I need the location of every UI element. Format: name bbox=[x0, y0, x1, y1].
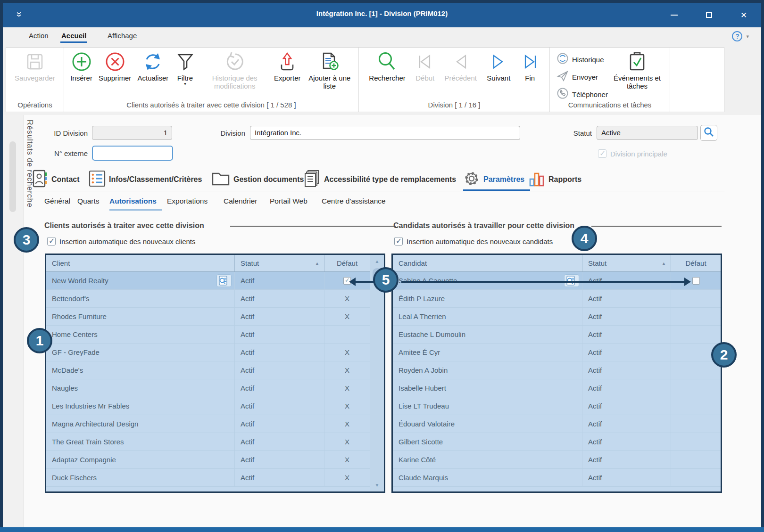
events-tasks-icon bbox=[626, 50, 648, 73]
tab-contact[interactable]: Contact bbox=[32, 169, 80, 190]
table-row[interactable]: Lise LT Trudeau Actif bbox=[393, 397, 721, 415]
table-row[interactable]: Leal A Therrien Actif bbox=[393, 308, 721, 326]
callout5-arrowhead-left bbox=[349, 278, 356, 286]
column-header-defaut[interactable]: Défaut bbox=[671, 255, 721, 271]
table-row[interactable]: Naugles Actif X bbox=[46, 379, 370, 397]
statut-field[interactable]: Active bbox=[597, 126, 698, 140]
export-button[interactable]: Exporter bbox=[274, 50, 301, 82]
filter-button[interactable]: Filtre bbox=[175, 50, 196, 86]
scroll-up-icon[interactable] bbox=[370, 259, 384, 264]
default-checkbox[interactable] bbox=[692, 277, 700, 285]
close-button[interactable] bbox=[739, 10, 749, 20]
group-caption: Clients autorisés à traiter avec cette d… bbox=[64, 101, 358, 109]
panel-handle[interactable] bbox=[9, 141, 16, 212]
help-icon[interactable] bbox=[732, 31, 742, 41]
add-to-list-button[interactable]: Ajouter à une liste bbox=[307, 50, 352, 90]
refresh-button[interactable]: Actualiser bbox=[137, 50, 168, 82]
table-row[interactable]: Karine Côté Actif bbox=[393, 451, 721, 469]
default-x-mark: X bbox=[345, 384, 349, 392]
history-modifications-button[interactable]: Historique des modifications bbox=[202, 50, 268, 90]
callout-1: 1 bbox=[27, 328, 52, 353]
subtab-exportations[interactable]: Exportations bbox=[167, 197, 208, 205]
gear-icon bbox=[463, 170, 480, 189]
previous-button[interactable]: Précédent bbox=[445, 50, 477, 82]
send-button[interactable]: Envoyer bbox=[556, 70, 608, 84]
id-division-label: ID Division bbox=[22, 126, 88, 140]
group-caption: Opérations bbox=[6, 101, 64, 109]
table-row[interactable]: Home Centers Actif bbox=[46, 326, 370, 344]
last-button[interactable]: Fin bbox=[521, 50, 540, 82]
search-results-panel-tab[interactable] bbox=[3, 115, 24, 527]
table-row[interactable]: New World Realty Actif bbox=[46, 272, 370, 290]
column-header-statut[interactable]: Statut bbox=[582, 255, 671, 271]
events-tasks-button[interactable]: Événements et tâches bbox=[609, 50, 665, 90]
section-rule bbox=[591, 226, 722, 227]
last-icon bbox=[521, 50, 540, 73]
phone-button[interactable]: Téléphoner bbox=[556, 87, 608, 101]
table-row[interactable]: Bettendorf's Actif X bbox=[46, 290, 370, 308]
table-row[interactable]: McDade's Actif X bbox=[46, 361, 370, 379]
subtab-calendrier[interactable]: Calendrier bbox=[224, 197, 257, 205]
save-button[interactable]: Sauvegarder bbox=[15, 50, 55, 82]
column-header-client[interactable]: Client bbox=[46, 255, 235, 271]
auto-insert-clients-checkbox[interactable] bbox=[47, 237, 56, 246]
id-division-field[interactable]: 1 bbox=[92, 126, 172, 140]
subtab-centre-assistance[interactable]: Centre d'assistance bbox=[322, 197, 386, 205]
table-row[interactable]: Eustache L Dumoulin Actif bbox=[393, 326, 721, 344]
scroll-down-icon[interactable] bbox=[370, 483, 384, 488]
column-header-candidat[interactable]: Candidat bbox=[393, 255, 582, 271]
table-row[interactable]: Édith P Lazure Actif bbox=[393, 290, 721, 308]
tab-accessibilite-remplacements[interactable]: Accessibilité type de remplacements bbox=[304, 169, 456, 190]
statut-search-button[interactable] bbox=[700, 125, 717, 141]
table-row[interactable]: Amitee É Cyr Actif bbox=[393, 344, 721, 361]
table-row[interactable]: GF - GreyFade Actif X bbox=[46, 344, 370, 361]
externe-field[interactable] bbox=[92, 146, 173, 161]
subtab-autorisations[interactable]: Autorisations bbox=[109, 197, 157, 205]
ribbon-group-division: Rechercher Début Précédent Suivant Fin bbox=[359, 48, 550, 112]
contact-icon bbox=[32, 169, 48, 190]
first-button[interactable]: Début bbox=[415, 50, 434, 82]
autorisations-active-underline bbox=[109, 209, 162, 211]
division-field[interactable]: Intégration Inc. bbox=[250, 126, 520, 140]
table-row[interactable]: Gilbert Sicotte Actif bbox=[393, 433, 721, 451]
tab-parametres[interactable]: Paramètres bbox=[463, 169, 524, 190]
menu-tab-action[interactable]: Action bbox=[29, 32, 49, 40]
tab-infos-classement-criteres[interactable]: Infos/Classement/Critères bbox=[89, 169, 202, 190]
candidats-table: Candidat Statut Défaut Sabine A Caouette… bbox=[391, 254, 722, 493]
table-row[interactable]: Édouard Valotaire Actif bbox=[393, 415, 721, 433]
chevron-down-icon[interactable] bbox=[746, 33, 749, 40]
table-row[interactable]: Claude Marquis Actif bbox=[393, 469, 721, 487]
minimize-button[interactable] bbox=[669, 10, 679, 20]
next-button[interactable]: Suivant bbox=[487, 50, 510, 82]
subtab-quarts[interactable]: Quarts bbox=[77, 197, 100, 205]
subtab-portail-web[interactable]: Portail Web bbox=[270, 197, 307, 205]
column-header-statut[interactable]: Statut bbox=[235, 255, 324, 271]
search-icon bbox=[376, 50, 398, 73]
auto-insert-candidats-checkbox[interactable] bbox=[394, 237, 403, 246]
callout5-arrowhead-right bbox=[684, 278, 691, 286]
menu-tab-accueil[interactable]: Accueil bbox=[61, 32, 86, 40]
table-row[interactable]: Duck Fischers Actif X bbox=[46, 469, 370, 487]
column-header-defaut[interactable]: Défaut bbox=[324, 255, 370, 271]
tab-gestion-documents[interactable]: Gestion documents bbox=[211, 169, 304, 190]
table-row[interactable]: The Great Train Stores Actif X bbox=[46, 433, 370, 451]
division-principale-checkbox[interactable] bbox=[598, 149, 606, 158]
lookup-icon[interactable] bbox=[216, 274, 232, 287]
default-x-mark: X bbox=[345, 312, 349, 320]
search-button[interactable]: Rechercher bbox=[369, 50, 406, 82]
save-label: Sauvegarder bbox=[15, 74, 55, 82]
history-button[interactable]: Historique bbox=[556, 52, 608, 66]
table-row[interactable]: Isabelle Hubert Actif bbox=[393, 379, 721, 397]
table-row[interactable]: Royden A Jobin Actif bbox=[393, 361, 721, 379]
group-caption: Communications et tâches bbox=[550, 101, 670, 109]
maximize-button[interactable] bbox=[704, 10, 714, 20]
table-row[interactable]: Adaptaz Compagnie Actif X bbox=[46, 451, 370, 469]
delete-button[interactable]: Supprimer bbox=[99, 50, 131, 82]
table-row[interactable]: Les Industries Mr Fables Actif X bbox=[46, 397, 370, 415]
tab-rapports[interactable]: Rapports bbox=[528, 169, 581, 190]
menu-tab-affichage[interactable]: Affichage bbox=[108, 32, 137, 40]
table-row[interactable]: Magna Architectural Design Actif X bbox=[46, 415, 370, 433]
insert-button[interactable]: Insérer bbox=[70, 50, 92, 82]
table-row[interactable]: Rhodes Furniture Actif X bbox=[46, 308, 370, 326]
subtab-general[interactable]: Général bbox=[44, 197, 70, 205]
